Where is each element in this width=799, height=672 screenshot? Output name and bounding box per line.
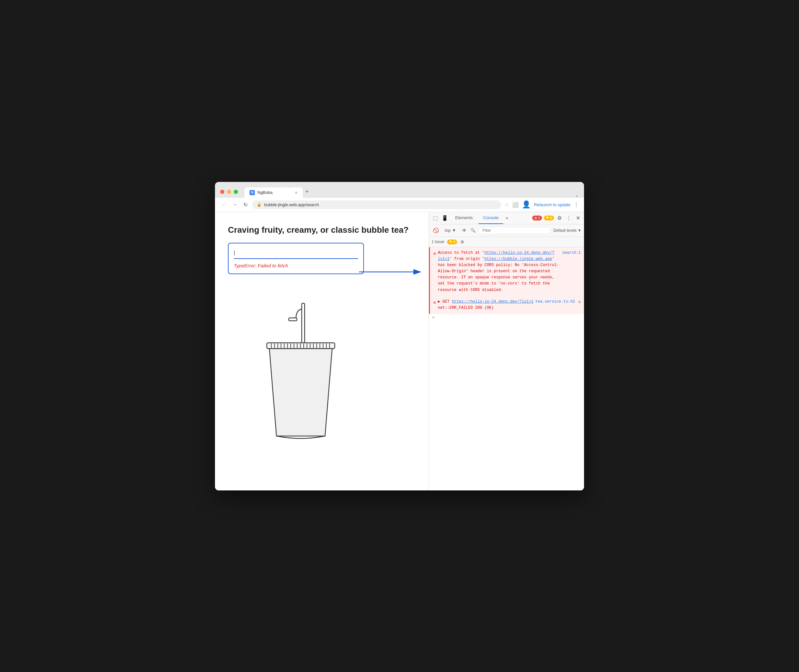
error-icon-1: ⊗ <box>433 250 436 258</box>
svg-rect-2 <box>289 318 297 321</box>
error-1-mid: ' from origin 'https://bubble-jingle.web… <box>438 257 559 292</box>
console-msg-2-body: ▶ GET https://hello-io-24.deno.dev/?lvl=… <box>438 299 533 311</box>
profile-icon[interactable]: 👤 <box>522 200 531 209</box>
console-error-2: ⊗ ▶ GET https://hello-io-24.deno.dev/?lv… <box>429 296 584 314</box>
tab-bar: N NgBoba × + ⌄ <box>245 186 579 198</box>
default-levels-label: Default levels <box>553 228 576 233</box>
extensions-icon[interactable]: ⬜ <box>512 202 519 208</box>
url-display: bubble-jingle.web.app/search <box>264 202 319 207</box>
back-button[interactable]: ← <box>220 200 228 209</box>
devtools-toolbar: ⬚ 📱 Elements Console » ⊗ 2 ⚑ 8 ⚙ ⋮ ✕ <box>429 212 584 224</box>
context-label: top <box>445 228 451 233</box>
address-actions: ☆ ⬜ 👤 Relaunch to update ⋮ <box>504 200 579 209</box>
title-bar: N NgBoba × + ⌄ <box>215 182 584 198</box>
console-msg-1-header: ⊗ Access to fetch at 'https://hello-io-2… <box>433 250 581 293</box>
error-2-prefix: ▶ GET <box>438 299 452 304</box>
traffic-lights <box>220 190 238 194</box>
issues-label: 1 Issue: <box>432 240 445 244</box>
address-input-container[interactable]: 🔒 bubble-jingle.web.app/search <box>252 200 501 209</box>
close-devtools-icon[interactable]: ✕ <box>575 214 581 222</box>
search-component: TypeError: Failed to fetch <box>228 243 364 274</box>
devtools-more-icon[interactable]: ⋮ <box>565 214 573 222</box>
maximize-button[interactable] <box>234 190 238 194</box>
context-chevron-icon: ▼ <box>452 228 456 233</box>
relaunch-button[interactable]: Relaunch to update <box>534 202 570 207</box>
page-title: Craving fruity, creamy, or classic bubbl… <box>228 225 416 235</box>
arrow-annotation <box>356 262 429 282</box>
inspect-element-icon[interactable]: ⬚ <box>432 214 439 222</box>
error-message: TypeError: Failed to fetch <box>234 263 358 268</box>
refresh-error-icon[interactable]: ↻ <box>578 299 581 306</box>
bubble-tea-svg <box>260 300 341 443</box>
issues-settings-icon[interactable]: ⚙ <box>459 238 466 246</box>
settings-icon[interactable]: ⚙ <box>556 214 563 222</box>
error-count-badge: ⊗ 2 <box>532 216 542 221</box>
browser-window: N NgBoba × + ⌄ ← → ↻ 🔒 bubble-jingle.web… <box>215 182 584 490</box>
devtools-secondary-bar: 🚫 top ▼ 👁 🔍 Default levels ▼ <box>429 224 584 237</box>
content-area: Craving fruity, creamy, or classic bubbl… <box>215 212 584 490</box>
eye-icon[interactable]: 👁 <box>461 227 468 234</box>
error-1-prefix: Access to fetch at ' <box>438 251 484 255</box>
error-1-url2[interactable]: https://bubble-jingle.web.app <box>484 257 552 261</box>
error-icon-2: ⊗ <box>433 299 436 306</box>
address-bar: ← → ↻ 🔒 bubble-jingle.web.app/search ☆ ⬜… <box>215 198 584 212</box>
tab-title: NgBoba <box>257 190 272 195</box>
filter-icon: 🔍 <box>471 228 476 233</box>
error-2-url[interactable]: https://hello-io-24.deno.dev/?lvl=1 <box>452 299 533 304</box>
tab-favicon: N <box>250 190 255 195</box>
issues-count-badge: ⚑ 8 <box>447 240 457 245</box>
device-mode-icon[interactable]: 📱 <box>440 214 449 222</box>
error-2-source-link[interactable]: tea.service.ts:42 <box>535 299 575 305</box>
more-panels-icon[interactable]: » <box>504 214 509 222</box>
console-msg-1-body: Access to fetch at 'https://hello-io-24.… <box>438 250 560 293</box>
svg-rect-1 <box>302 303 305 346</box>
tab-console[interactable]: Console <box>479 212 503 224</box>
tab-chevron-icon[interactable]: ⌄ <box>575 193 579 198</box>
tab-close-icon[interactable]: × <box>295 190 298 195</box>
lock-icon: 🔒 <box>257 202 262 207</box>
context-selector[interactable]: top ▼ <box>443 227 458 234</box>
close-button[interactable] <box>220 190 224 194</box>
active-tab[interactable]: N NgBoba × <box>245 187 303 198</box>
clear-console-icon[interactable]: 🚫 <box>432 226 440 235</box>
levels-chevron-icon: ▼ <box>578 228 581 233</box>
page-content: Craving fruity, creamy, or classic bubbl… <box>215 212 429 490</box>
bubble-tea-illustration <box>260 300 416 443</box>
expand-icon: > <box>432 315 434 320</box>
menu-icon[interactable]: ⋮ <box>574 202 579 208</box>
default-levels-button[interactable]: Default levels ▼ <box>553 228 581 233</box>
error-1-source-link[interactable]: search:1 <box>562 250 581 256</box>
refresh-button[interactable]: ↻ <box>242 200 249 209</box>
console-msg-2-header: ⊗ ▶ GET https://hello-io-24.deno.dev/?lv… <box>433 299 581 311</box>
filter-input[interactable] <box>478 227 551 234</box>
forward-button[interactable]: → <box>231 200 239 209</box>
devtools-panel: ⬚ 📱 Elements Console » ⊗ 2 ⚑ 8 ⚙ ⋮ ✕ <box>429 212 584 490</box>
console-error-1: ⊗ Access to fetch at 'https://hello-io-2… <box>429 247 584 296</box>
devtools-action-icons: ⊗ 2 ⚑ 8 ⚙ ⋮ ✕ <box>532 214 581 222</box>
bookmark-icon[interactable]: ☆ <box>504 202 509 208</box>
warning-count-badge: ⚑ 8 <box>544 216 554 221</box>
tab-elements[interactable]: Elements <box>451 212 477 224</box>
minimize-button[interactable] <box>227 190 231 194</box>
search-input[interactable] <box>234 249 358 259</box>
new-tab-button[interactable]: + <box>303 186 311 198</box>
error-2-suffix: net::ERR_FAILED 200 (OK) <box>438 306 494 310</box>
issues-bar: 1 Issue: ⚑ 8 ⚙ <box>429 237 584 247</box>
console-messages: ⊗ Access to fetch at 'https://hello-io-2… <box>429 247 584 490</box>
console-expand[interactable]: > <box>429 314 584 321</box>
